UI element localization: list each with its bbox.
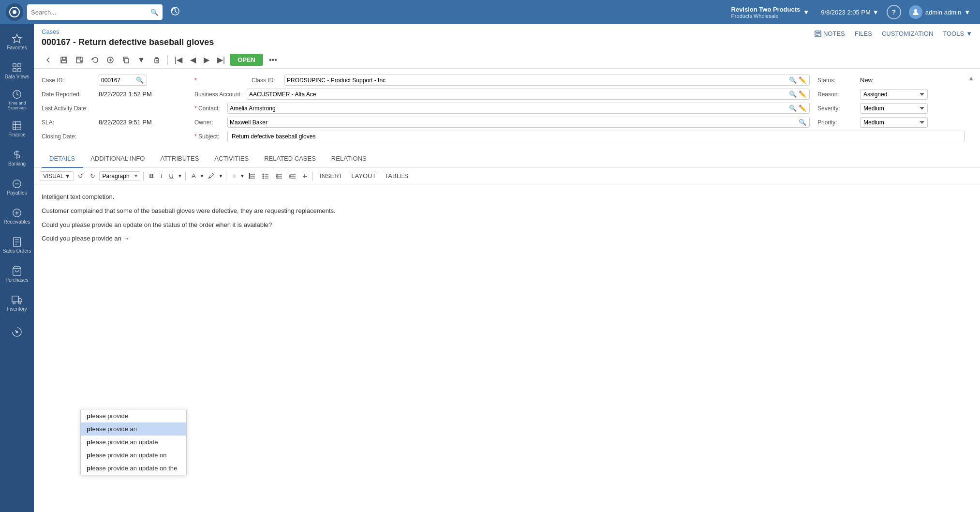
contact-edit-btn[interactable]: ✏️ — [798, 104, 807, 112]
clear-format-button[interactable]: T̶ — [300, 171, 310, 181]
sidebar-item-time-expenses[interactable]: Time and Expenses — [2, 86, 31, 113]
insert-button[interactable]: INSERT — [316, 171, 346, 181]
undo-button[interactable] — [88, 54, 102, 66]
editor-content[interactable]: Intelligent text completion. Customer co… — [34, 184, 980, 281]
files-button[interactable]: FILES — [855, 30, 872, 37]
owner-input[interactable]: 🔍 — [227, 117, 810, 128]
sidebar-item-inventory[interactable]: Inventory — [2, 289, 31, 316]
class-id-edit-btn[interactable]: ✏️ — [798, 76, 807, 84]
business-account-field[interactable] — [249, 91, 788, 98]
tab-additional-info[interactable]: ADDITIONAL INFO — [83, 150, 152, 168]
more-actions-button[interactable]: ••• — [265, 54, 281, 66]
class-id-field[interactable] — [287, 77, 788, 84]
search-icon-button[interactable]: 🔍 — [150, 9, 159, 16]
datetime-selector[interactable]: 9/8/2023 2:05 PM ▼ — [817, 7, 883, 18]
undo-editor-button[interactable]: ↺ — [75, 171, 86, 181]
priority-label: Priority: — [817, 119, 856, 126]
unordered-list-button[interactable] — [259, 171, 272, 181]
layout-button[interactable]: LAYOUT — [347, 171, 380, 181]
subject-field[interactable] — [227, 131, 965, 142]
tables-button[interactable]: TABLES — [381, 171, 412, 181]
back-button[interactable] — [42, 54, 55, 66]
tab-relations[interactable]: RELATIONS — [324, 150, 374, 168]
business-account-input[interactable]: 🔍 ✏️ — [247, 89, 810, 100]
redo-editor-button[interactable]: ↻ — [87, 171, 98, 181]
delete-button[interactable] — [150, 54, 163, 66]
sidebar-item-data-views[interactable]: Data Views — [2, 57, 31, 84]
sidebar-item-receivables[interactable]: Receivables — [2, 202, 31, 229]
company-sub: Products Wholesale — [731, 13, 801, 19]
indent-increase-button[interactable] — [286, 171, 299, 181]
sidebar-item-sales-orders[interactable]: Sales Orders — [2, 231, 31, 258]
notes-button[interactable]: NOTES — [815, 30, 845, 37]
sidebar-inventory-label: Inventory — [7, 306, 27, 312]
open-button[interactable]: OPEN — [230, 54, 263, 66]
closing-date-label: Closing Date: — [42, 133, 95, 140]
business-account-edit-btn[interactable]: ✏️ — [798, 90, 807, 98]
breadcrumb[interactable]: Cases — [42, 28, 214, 35]
company-selector[interactable]: Revision Two Products Products Wholesale… — [728, 4, 814, 21]
severity-select[interactable]: Medium — [860, 103, 928, 114]
align-button[interactable]: ≡ — [229, 171, 239, 181]
indent-decrease-button[interactable] — [273, 171, 285, 181]
case-id-input[interactable]: 🔍 — [99, 75, 147, 86]
user-menu[interactable]: admin admin ▼ — [905, 3, 974, 21]
history-button[interactable] — [166, 4, 184, 20]
help-button[interactable]: ? — [887, 5, 901, 19]
tab-related-cases[interactable]: RELATED CASES — [256, 150, 324, 168]
sidebar-item-payables[interactable]: Payables — [2, 173, 31, 200]
contact-input[interactable]: 🔍 ✏️ — [227, 103, 810, 114]
last-record-button[interactable]: ▶| — [214, 53, 228, 66]
sidebar-item-purchases[interactable]: Purchases — [2, 260, 31, 287]
paragraph-select[interactable]: Paragraph — [99, 171, 140, 181]
tab-attributes[interactable]: ATTRIBUTES — [152, 150, 207, 168]
next-record-button[interactable]: ▶ — [201, 53, 212, 66]
bold-button[interactable]: B — [147, 171, 157, 181]
autocomplete-item-5[interactable]: please provide an update on the — [81, 462, 186, 475]
autocomplete-bold-3: pl — [87, 438, 92, 446]
owner-field[interactable] — [230, 119, 798, 126]
collapse-button[interactable]: ▲ — [968, 75, 974, 82]
autocomplete-item-4[interactable]: please provide an update on — [81, 449, 186, 462]
prev-record-button[interactable]: ◀ — [187, 53, 199, 66]
save-close-button[interactable] — [73, 54, 86, 66]
italic-button[interactable]: I — [158, 171, 165, 181]
tools-button[interactable]: TOOLS ▼ — [943, 30, 972, 37]
copy-dropdown-button[interactable]: ▼ — [134, 54, 148, 66]
class-id-search-btn[interactable]: 🔍 — [788, 76, 798, 84]
autocomplete-item-3[interactable]: please provide an update — [81, 436, 186, 449]
copy-button[interactable] — [119, 54, 133, 66]
reason-select[interactable]: Assigned — [860, 89, 928, 100]
add-button[interactable] — [104, 54, 117, 66]
sidebar-item-banking[interactable]: Banking — [2, 144, 31, 171]
contact-search-btn[interactable]: 🔍 — [788, 104, 798, 112]
search-input[interactable] — [31, 9, 150, 16]
case-id-search-icon[interactable]: 🔍 — [135, 76, 145, 84]
first-record-button[interactable]: |◀ — [172, 53, 185, 66]
business-account-search-btn[interactable]: 🔍 — [788, 90, 798, 98]
owner-search-btn[interactable]: 🔍 — [798, 118, 807, 126]
sidebar-purchases-label: Purchases — [5, 277, 28, 283]
autocomplete-item-1[interactable]: please provide — [81, 409, 186, 422]
visual-mode-button[interactable]: VISUAL ▼ — [40, 171, 74, 181]
datetime-value: 9/8/2023 2:05 PM — [821, 9, 871, 16]
search-box[interactable]: 🔍 — [27, 4, 163, 20]
save-button[interactable] — [57, 54, 71, 66]
sidebar-item-dashboard[interactable] — [2, 318, 31, 346]
autocomplete-item-2[interactable]: please provide an — [81, 422, 186, 436]
case-id-field[interactable] — [101, 77, 135, 84]
font-color-button[interactable]: A — [189, 171, 199, 181]
customization-button[interactable]: CUSTOMIZATION — [882, 30, 933, 37]
tab-activities[interactable]: ACTIVITIES — [207, 150, 256, 168]
sidebar-item-finance[interactable]: Finance — [2, 115, 31, 142]
sidebar-item-favorites[interactable]: Favorites — [2, 28, 31, 55]
highlight-button[interactable]: 🖊 — [205, 171, 217, 181]
tab-details[interactable]: DETAILS — [42, 150, 83, 168]
editor-line-3: Could you please provide an update on th… — [42, 220, 972, 230]
contact-field[interactable] — [230, 105, 788, 112]
ordered-list-button[interactable]: 1 2 3 — [246, 171, 258, 181]
class-id-input[interactable]: 🔍 ✏️ — [284, 75, 810, 86]
underline-button[interactable]: U — [166, 171, 177, 181]
priority-select[interactable]: Medium — [860, 117, 928, 128]
sidebar-finance-label: Finance — [8, 132, 26, 137]
